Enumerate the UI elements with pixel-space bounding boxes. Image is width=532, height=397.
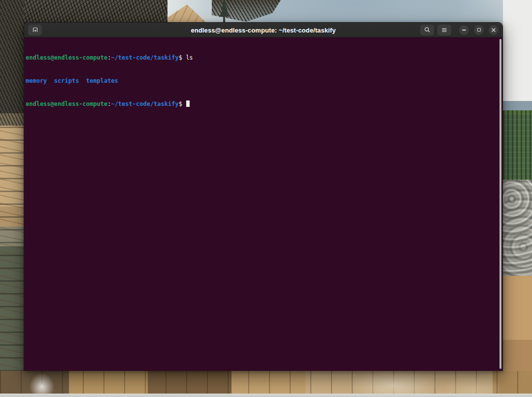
typed-command: ls [186, 54, 193, 61]
terminal-cursor [186, 100, 190, 107]
new-tab-icon [32, 27, 38, 33]
wallpaper-left-shingles [0, 0, 24, 397]
titlebar[interactable]: endless@endless-compute: ~/test-code/tas… [24, 23, 502, 37]
directory-memory: memory [26, 77, 47, 84]
new-tab-button[interactable] [28, 25, 42, 35]
wallpaper-bottom-band [0, 394, 532, 397]
terminal-window: endless@endless-compute: ~/test-code/tas… [24, 22, 503, 371]
wallpaper-right-forest-rocks [503, 0, 532, 397]
terminal-line-prompt-2: endless@endless-compute:~/test-code/task… [26, 100, 499, 108]
search-icon [424, 27, 431, 33]
terminal-screen[interactable]: endless@endless-compute:~/test-code/task… [24, 37, 502, 371]
prompt-path: ~/test-code/taskify [111, 100, 178, 107]
close-icon [491, 28, 496, 33]
prompt-path: ~/test-code/taskify [111, 54, 178, 61]
search-button[interactable] [420, 25, 434, 35]
minimize-button[interactable] [459, 25, 469, 35]
scrollbar[interactable] [499, 39, 501, 369]
directory-templates: templates [86, 77, 118, 84]
window-title: endless@endless-compute: ~/test-code/tas… [191, 26, 335, 33]
prompt-symbol: $ [179, 54, 186, 61]
maximize-button[interactable] [474, 25, 484, 35]
maximize-icon [477, 28, 481, 32]
menu-button[interactable] [437, 25, 451, 35]
hamburger-menu-icon [441, 27, 447, 33]
minimize-icon [462, 30, 466, 31]
titlebar-controls [420, 25, 499, 35]
prompt-user-host: endless@endless-compute [26, 100, 107, 107]
close-button[interactable] [489, 25, 499, 35]
terminal-line-ls-output: memoryscriptstemplates [26, 77, 499, 85]
prompt-user-host: endless@endless-compute [26, 54, 107, 61]
directory-scripts: scripts [54, 77, 79, 84]
terminal-line-prompt-1: endless@endless-compute:~/test-code/task… [26, 54, 499, 62]
prompt-symbol: $ [179, 100, 186, 107]
